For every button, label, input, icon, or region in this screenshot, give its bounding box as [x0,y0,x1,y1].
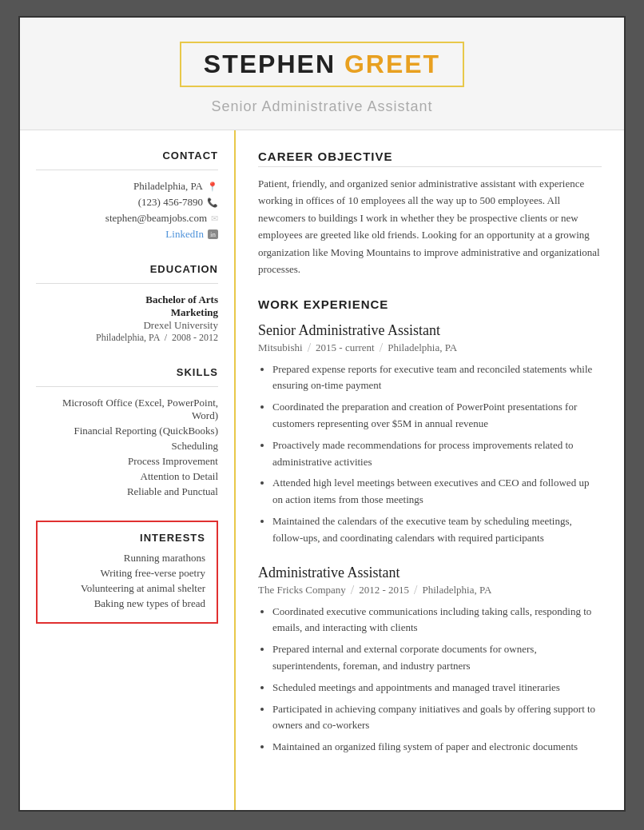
bullet-item: Attended high level meetings between exe… [272,475,602,509]
job-period-1: 2015 - current [316,341,375,354]
linkedin-icon: in [208,229,218,239]
education-title: EDUCATION [36,263,218,275]
edu-details: Philadelphia, PA / 2008 - 2012 [36,332,218,344]
first-name: STEPHEN [204,50,336,78]
linkedin-link[interactable]: LinkedIn [165,228,204,241]
work-experience-title: WORK EXPERIENCE [258,297,602,311]
skill-item: Microsoft Office (Excel, PowerPoint, Wor… [36,397,218,422]
edu-slash: / [165,332,167,343]
interest-item: Baking new types of bread [49,597,205,610]
edu-school: Drexel University [36,319,218,332]
contact-section: CONTACT Philadelphia, PA 📍 (123) 456-789… [36,150,218,241]
interests-title: INTERESTS [49,532,205,544]
bullet-item: Prepared internal and external corporate… [272,641,602,675]
last-name: GREET [344,50,440,78]
location-icon: 📍 [207,182,218,192]
phone-icon: 📞 [207,198,218,208]
job-company-2: The Fricks Company [258,584,346,597]
career-objective-section: CAREER OBJECTIVE Patient, friendly, and … [258,150,602,278]
email-text: stephen@beamjobs.com [105,212,207,225]
job-block-2: Administrative Assistant The Fricks Comp… [258,565,602,756]
job-bullets-2: Coordinated executive communications inc… [258,604,602,756]
skill-item: Reliable and Punctual [36,485,218,498]
skill-item: Scheduling [36,440,218,453]
meta-divider: / [380,341,383,355]
bullet-item: Maintained an organized filing system of… [272,739,602,756]
resume-header: STEPHEN GREET Senior Administrative Assi… [20,18,624,130]
bullet-item: Proactively made recommendations for pro… [272,437,602,471]
job-meta-1: Mitsubishi / 2015 - current / Philadelph… [258,341,602,355]
job-block-1: Senior Administrative Assistant Mitsubis… [258,322,602,547]
edu-degree: Bachelor of Arts [36,293,218,306]
sidebar: CONTACT Philadelphia, PA 📍 (123) 456-789… [20,130,236,810]
phone-text: (123) 456-7890 [138,196,203,209]
edu-years: 2008 - 2012 [172,332,218,343]
resume-document: STEPHEN GREET Senior Administrative Assi… [18,16,626,812]
education-section: EDUCATION Bachelor of Arts Marketing Dre… [36,263,218,344]
job-bullets-1: Prepared expense reports for executive t… [258,361,602,547]
job-location-2: Philadelphia, PA [423,584,492,597]
meta-divider: / [414,583,417,597]
skills-section: SKILLS Microsoft Office (Excel, PowerPoi… [36,366,218,498]
job-location-1: Philadelphia, PA [388,341,457,354]
edu-major: Marketing [36,306,218,319]
contact-title: CONTACT [36,150,218,162]
interest-item: Writing free-verse poetry [49,567,205,580]
contact-email: stephen@beamjobs.com ✉ [36,212,218,225]
contact-location: Philadelphia, PA 📍 [36,180,218,193]
job-title: Senior Administrative Assistant [36,98,608,115]
meta-divider: / [351,583,354,597]
contact-divider [36,170,218,170]
career-objective-title: CAREER OBJECTIVE [258,150,602,167]
bullet-item: Prepared expense reports for executive t… [272,361,602,395]
interests-list: Running marathons Writing free-verse poe… [49,552,205,610]
body-layout: CONTACT Philadelphia, PA 📍 (123) 456-789… [20,130,624,810]
skills-list: Microsoft Office (Excel, PowerPoint, Wor… [36,397,218,498]
interest-item: Running marathons [49,552,205,565]
location-text: Philadelphia, PA [133,180,203,193]
edu-location: Philadelphia, PA [96,332,160,343]
bullet-item: Maintained the calendars of the executiv… [272,513,602,547]
career-objective-text: Patient, friendly, and organized senior … [258,175,602,278]
job-title-1: Senior Administrative Assistant [258,322,602,339]
skill-item: Financial Reporting (QuickBooks) [36,425,218,437]
job-title-2: Administrative Assistant [258,565,602,581]
bullet-item: Scheduled meetings and appointments and … [272,680,602,696]
job-meta-2: The Fricks Company / 2012 - 2015 / Phila… [258,583,602,597]
bullet-item: Coordinated executive communications inc… [272,604,602,637]
full-name: STEPHEN GREET [204,50,440,78]
work-experience-section: WORK EXPERIENCE Senior Administrative As… [258,297,602,756]
job-company-1: Mitsubishi [258,341,303,354]
contact-linkedin[interactable]: LinkedIn in [36,228,218,241]
interest-item: Volunteering at animal shelter [49,582,205,595]
job-period-2: 2012 - 2015 [359,584,409,597]
main-content: CAREER OBJECTIVE Patient, friendly, and … [236,130,624,810]
contact-phone: (123) 456-7890 📞 [36,196,218,209]
interests-box: INTERESTS Running marathons Writing free… [36,521,218,624]
skill-item: Process Improvement [36,455,218,468]
skill-item: Attention to Detail [36,470,218,483]
education-block: Bachelor of Arts Marketing Drexel Univer… [36,293,218,344]
skills-divider [36,386,218,387]
education-divider [36,283,218,284]
skills-title: SKILLS [36,366,218,378]
bullet-item: Participated in achieving company initia… [272,701,602,735]
email-icon: ✉ [211,213,218,224]
interests-section: INTERESTS Running marathons Writing free… [36,521,218,624]
bullet-item: Coordinated the preparation and creation… [272,399,602,433]
meta-divider: / [308,341,311,355]
name-box: STEPHEN GREET [180,42,464,87]
